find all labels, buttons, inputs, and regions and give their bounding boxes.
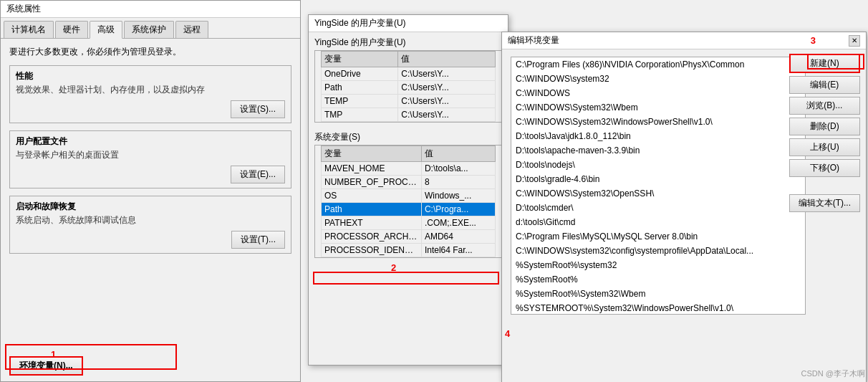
- admin-note: 要进行大多数更改，你必须作为管理员登录。: [9, 46, 291, 58]
- startup-settings-button[interactable]: 设置(T)...: [231, 231, 285, 249]
- sys-var-row[interactable]: PROCESSOR_ARCHITECT...AMD64: [322, 230, 496, 244]
- sys-var-header-value: 值: [421, 146, 495, 162]
- sys-var-name: PROCESSOR_IDENTIFIER: [322, 244, 422, 257]
- sys-var-name: Path: [322, 203, 422, 216]
- path-list-item[interactable]: C:\WINDOWS\System32\OpenSSH\: [511, 186, 805, 201]
- sys-var-name: OS: [322, 189, 422, 203]
- path-list-item[interactable]: C:\Program Files\MySQL\MySQL Server 8.0\…: [511, 229, 805, 244]
- user-var-value: C:\Users\Y...: [398, 108, 496, 122]
- sys-vars-label: 系统变量(S): [309, 127, 508, 145]
- user-profile-title: 用户配置文件: [16, 135, 285, 148]
- performance-settings-button[interactable]: 设置(S)...: [231, 100, 285, 118]
- path-row-highlight: [313, 272, 499, 285]
- move-down-button[interactable]: 下移(O): [789, 159, 860, 177]
- user-profile-section: 用户配置文件 与登录帐户相关的桌面设置 设置(E)...: [9, 130, 291, 188]
- sys-var-value: .COM;.EXE...: [421, 216, 495, 230]
- env-variables-button[interactable]: 环境变量(N)...: [9, 356, 83, 376]
- sys-var-value: 8: [421, 176, 495, 189]
- path-list-item[interactable]: C:\Program Files (x86)\NVIDIA Corporatio…: [511, 57, 805, 72]
- sys-var-name: NUMBER_OF_PROCESSORS: [322, 176, 422, 189]
- user-var-header-name: 变量: [322, 52, 398, 67]
- sys-var-name: PATHEXT: [322, 216, 422, 230]
- edit-action-buttons: 新建(N) 编辑(E) 浏览(B)... 删除(D) 上移(U) 下移(O) 编…: [789, 54, 860, 212]
- env-user-title: YingSide 的用户变量(U): [314, 17, 406, 29]
- path-list-item[interactable]: D:\tools\apache-maven-3.3.9\bin: [511, 143, 805, 158]
- user-vars-table-wrap: 变量 值 OneDriveC:\Users\Y...PathC:\Users\Y…: [314, 50, 502, 123]
- new-button[interactable]: 新建(N): [789, 54, 860, 73]
- browse-button[interactable]: 浏览(B)...: [789, 97, 860, 115]
- path-list-item[interactable]: %SystemRoot%\System32\Wbem: [511, 287, 805, 301]
- sys-content: 要进行大多数更改，你必须作为管理员登录。 性能 视觉效果、处理器计划、内存使用，…: [1, 39, 300, 268]
- path-list-item[interactable]: C:\WINDOWS\system32\config\systemprofile…: [511, 244, 805, 258]
- path-list-item[interactable]: D:\tools\gradle-4.6\bin: [511, 172, 805, 186]
- path-list-item[interactable]: C:\WINDOWS\System32\Wbem: [511, 100, 805, 115]
- performance-section: 性能 视觉效果、处理器计划、内存使用，以及虚拟内存 设置(S)...: [9, 65, 291, 123]
- user-var-value: C:\Users\Y...: [398, 81, 496, 95]
- delete-button[interactable]: 删除(D): [789, 118, 860, 135]
- sys-title-text: 系统属性: [6, 3, 41, 15]
- env-variables-window: YingSide 的用户变量(U) YingSide 的用户变量(U) 变量 值…: [308, 14, 508, 366]
- edit-button[interactable]: 编辑(E): [789, 76, 860, 94]
- tab-advanced[interactable]: 高级: [90, 21, 122, 39]
- sys-var-row[interactable]: OSWindows_...: [322, 189, 496, 203]
- user-var-value: C:\Users\Y...: [398, 95, 496, 108]
- sys-var-row[interactable]: MAVEN_HOMED:\tools\a...: [322, 162, 496, 176]
- sys-var-value: Windows_...: [421, 189, 495, 203]
- user-profile-desc: 与登录帐户相关的桌面设置: [16, 149, 285, 161]
- sys-var-name: MAVEN_HOME: [322, 162, 422, 176]
- sys-vars-table: 变量 值 MAVEN_HOMED:\tools\a...NUMBER_OF_PR…: [321, 145, 496, 257]
- user-var-name: OneDrive: [322, 67, 398, 81]
- path-list-items: C:\Program Files (x86)\NVIDIA Corporatio…: [511, 57, 805, 315]
- path-list-item[interactable]: %SystemRoot%\system32: [511, 258, 805, 272]
- path-list: C:\Program Files (x86)\NVIDIA Corporatio…: [511, 57, 806, 315]
- sys-var-row[interactable]: PROCESSOR_IDENTIFIERIntel64 Far...: [322, 244, 496, 257]
- sys-var-name: PROCESSOR_ARCHITECT...: [322, 230, 422, 244]
- edit-env-window: 编辑环境变量 ✕ C:\Program Files (x86)\NVIDIA C…: [501, 32, 867, 382]
- path-list-item[interactable]: C:\WINDOWS: [511, 86, 805, 100]
- user-var-name: TEMP: [322, 95, 398, 108]
- sys-var-value: C:\Progra...: [421, 203, 495, 216]
- sys-var-row[interactable]: PATHEXT.COM;.EXE...: [322, 216, 496, 230]
- sys-var-value: D:\tools\a...: [421, 162, 495, 176]
- close-button[interactable]: ✕: [849, 35, 860, 47]
- tab-system-protection[interactable]: 系统保护: [124, 21, 174, 38]
- path-list-item[interactable]: %SYSTEMROOT%\System32\WindowsPowerShell\…: [511, 301, 805, 315]
- edit-text-button[interactable]: 编辑文本(T)...: [789, 194, 860, 212]
- user-var-row[interactable]: TMPC:\Users\Y...: [322, 108, 496, 122]
- user-var-name: Path: [322, 81, 398, 95]
- startup-title: 启动和故障恢复: [16, 201, 285, 213]
- path-list-item[interactable]: D:\tools\nodejs\: [511, 158, 805, 172]
- user-var-row[interactable]: PathC:\Users\Y...: [322, 81, 496, 95]
- annotation-4: 4: [505, 328, 510, 339]
- watermark: CSDN @李子木啊: [801, 368, 865, 379]
- annotation-2: 2: [391, 262, 396, 273]
- user-vars-label: YingSide 的用户变量(U): [309, 32, 508, 50]
- path-list-item[interactable]: D:\tools\Java\jdk1.8.0_112\bin: [511, 129, 805, 143]
- path-list-item[interactable]: d:\tools\Git\cmd: [511, 215, 805, 229]
- path-list-item[interactable]: C:\WINDOWS\System32\WindowsPowerShell\v1…: [511, 115, 805, 129]
- user-profile-settings-button[interactable]: 设置(E)...: [231, 166, 285, 183]
- tab-computername[interactable]: 计算机名: [4, 21, 54, 38]
- sys-vars-table-wrap: 变量 值 MAVEN_HOMED:\tools\a...NUMBER_OF_PR…: [314, 145, 502, 258]
- startup-recovery-section: 启动和故障恢复 系统启动、系统故障和调试信息 设置(T)...: [9, 196, 291, 254]
- tab-remote[interactable]: 远程: [175, 21, 208, 38]
- user-vars-table: 变量 值 OneDriveC:\Users\Y...PathC:\Users\Y…: [321, 51, 496, 122]
- system-properties-window: 系统属性 计算机名 硬件 高级 系统保护 远程 要进行大多数更改，你必须作为管理…: [0, 0, 301, 382]
- sys-var-header-name: 变量: [322, 146, 422, 162]
- path-list-item[interactable]: C:\WINDOWS\system32: [511, 72, 805, 86]
- sys-var-row[interactable]: NUMBER_OF_PROCESSORS8: [322, 176, 496, 189]
- sys-titlebar: 系统属性: [1, 1, 300, 18]
- move-up-button[interactable]: 上移(U): [789, 138, 860, 156]
- path-list-item[interactable]: D:\tools\cmder\: [511, 201, 805, 215]
- tabs-bar: 计算机名 硬件 高级 系统保护 远程: [1, 18, 300, 39]
- edit-title-text: 编辑环境变量: [508, 34, 559, 47]
- user-var-row[interactable]: TEMPC:\Users\Y...: [322, 95, 496, 108]
- sys-var-value: Intel64 Far...: [421, 244, 495, 257]
- tab-hardware[interactable]: 硬件: [55, 21, 88, 38]
- performance-title: 性能: [16, 70, 285, 82]
- sys-var-row[interactable]: PathC:\Progra...: [322, 203, 496, 216]
- user-var-header-value: 值: [398, 52, 496, 67]
- user-var-row[interactable]: OneDriveC:\Users\Y...: [322, 67, 496, 81]
- path-list-item[interactable]: %SystemRoot%: [511, 272, 805, 287]
- sys-var-value: AMD64: [421, 230, 495, 244]
